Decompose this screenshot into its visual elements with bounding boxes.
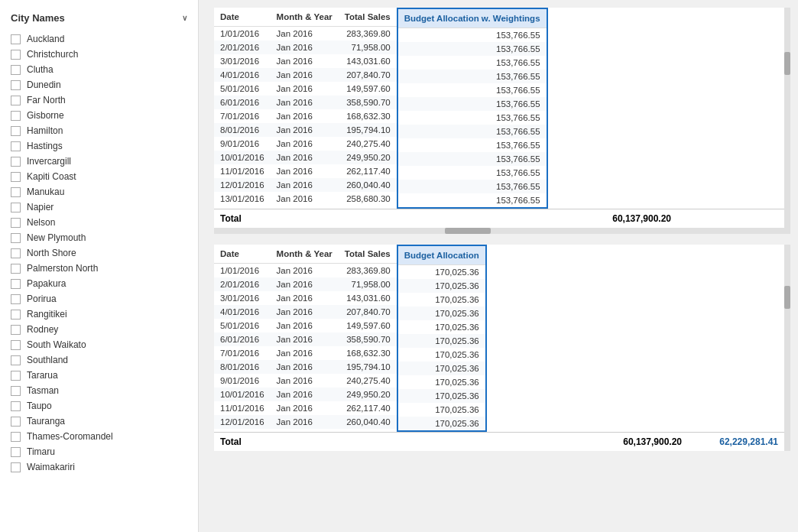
date-cell: 9/01/2016 [214, 137, 271, 151]
table-row: 9/01/2016Jan 2016240,275.40 [214, 374, 397, 388]
table-row: 153,766.55 [398, 28, 547, 43]
city-label: Napier [27, 202, 54, 212]
col-month-year-top: Month & Year [271, 8, 339, 27]
sidebar-item-taupo[interactable]: Taupo [0, 398, 198, 414]
table-row: 12/01/2016Jan 2016260,040.40 [214, 178, 397, 192]
city-checkbox[interactable] [11, 141, 21, 151]
bottom-scrollbar-vertical[interactable] [784, 245, 790, 451]
city-checkbox[interactable] [11, 371, 21, 381]
city-checkbox[interactable] [11, 462, 21, 472]
sidebar-item-hastings[interactable]: Hastings [0, 138, 198, 154]
city-checkbox[interactable] [11, 50, 21, 60]
city-checkbox[interactable] [11, 172, 21, 182]
sidebar-item-tararua[interactable]: Tararua [0, 368, 198, 383]
city-checkbox[interactable] [11, 34, 21, 44]
city-checkbox[interactable] [11, 447, 21, 457]
city-checkbox[interactable] [11, 96, 21, 105]
sidebar-item-palmerston-north[interactable]: Palmerston North [0, 261, 198, 276]
city-checkbox[interactable] [11, 432, 21, 442]
table-row: 1/01/2016Jan 2016283,369.80 [214, 264, 397, 278]
col-total-sales-top: Total Sales [339, 8, 397, 27]
month-year-cell: Jan 2016 [271, 178, 339, 192]
date-cell: 4/01/2016 [214, 305, 271, 319]
sidebar-item-tauranga[interactable]: Tauranga [0, 414, 198, 429]
city-label: Southland [27, 355, 68, 365]
sidebar-item-rangitikei[interactable]: Rangitikei [0, 307, 198, 322]
city-checkbox[interactable] [11, 417, 21, 427]
sidebar-item-north-shore[interactable]: North Shore [0, 245, 198, 261]
budget-weightings-cell: 153,766.55 [398, 70, 547, 83]
city-checkbox[interactable] [11, 203, 21, 212]
sidebar-item-gisborne[interactable]: Gisborne [0, 108, 198, 123]
city-checkbox[interactable] [11, 111, 21, 121]
sidebar-item-clutha[interactable]: Clutha [0, 62, 198, 77]
table-row: 6/01/2016Jan 2016358,590.70 [214, 332, 397, 346]
table-row: 2/01/2016Jan 201671,958.00 [214, 41, 397, 54]
city-label: Kapiti Coast [27, 171, 76, 182]
city-checkbox[interactable] [11, 218, 21, 228]
sidebar-item-waimakariri[interactable]: Waimakariri [0, 459, 198, 475]
date-cell: 3/01/2016 [214, 291, 271, 305]
city-checkbox[interactable] [11, 80, 21, 90]
total-sales-cell: 149,597.60 [339, 82, 397, 96]
sidebar-item-manukau[interactable]: Manukau [0, 184, 198, 200]
sidebar-item-christchurch[interactable]: Christchurch [0, 47, 198, 62]
sidebar-item-timaru[interactable]: Timaru [0, 444, 198, 459]
top-scrollbar-v-thumb[interactable] [784, 52, 790, 75]
total-sales-cell: 283,369.80 [339, 264, 397, 278]
city-checkbox[interactable] [11, 355, 21, 365]
city-checkbox[interactable] [11, 65, 21, 75]
city-checkbox[interactable] [11, 310, 21, 320]
top-scrollbar-vertical[interactable] [784, 8, 790, 228]
sidebar-item-porirua[interactable]: Porirua [0, 291, 198, 307]
table-row: 170,025.36 [398, 279, 485, 293]
chevron-down-icon[interactable]: ∨ [182, 14, 187, 22]
city-checkbox[interactable] [11, 294, 21, 304]
city-checkbox[interactable] [11, 248, 21, 258]
city-label: Papakura [27, 278, 66, 289]
sidebar-item-papakura[interactable]: Papakura [0, 276, 198, 291]
sidebar-item-kapiti-coast[interactable]: Kapiti Coast [0, 169, 198, 184]
city-checkbox[interactable] [11, 279, 21, 289]
date-cell: 13/01/2016 [214, 192, 271, 206]
city-checkbox[interactable] [11, 340, 21, 350]
sidebar-item-south-waikato[interactable]: South Waikato [0, 337, 198, 352]
sidebar-item-napier[interactable]: Napier [0, 200, 198, 215]
city-checkbox[interactable] [11, 325, 21, 335]
city-label: Palmerston North [27, 263, 98, 274]
city-list: AucklandChristchurchCluthaDunedinFar Nor… [0, 31, 198, 475]
sidebar-item-far-north[interactable]: Far North [0, 92, 198, 108]
top-scrollbar-horizontal[interactable] [214, 228, 790, 234]
sidebar-item-tasman[interactable]: Tasman [0, 383, 198, 398]
sidebar-item-thames-coromandel[interactable]: Thames-Coromandel [0, 429, 198, 444]
city-checkbox[interactable] [11, 233, 21, 243]
sidebar-item-nelson[interactable]: Nelson [0, 215, 198, 230]
total-sales-cell: 240,275.40 [339, 374, 397, 388]
city-names-sidebar: City Names ∨ AucklandChristchurchCluthaD… [0, 0, 199, 532]
table-row: 10/01/2016Jan 2016249,950.20 [214, 388, 397, 401]
city-checkbox[interactable] [11, 126, 21, 136]
budget-weightings-cell: 153,766.55 [398, 42, 547, 56]
date-cell: 9/01/2016 [214, 374, 271, 388]
budget-weightings-cell: 153,766.55 [398, 193, 547, 207]
budget-allocation-cell: 170,025.36 [398, 417, 485, 430]
city-label: Gisborne [27, 110, 64, 121]
bottom-scrollbar-v-thumb[interactable] [784, 286, 790, 309]
sidebar-item-dunedin[interactable]: Dunedin [0, 77, 198, 92]
city-checkbox[interactable] [11, 187, 21, 197]
sidebar-item-invercargill[interactable]: Invercargill [0, 154, 198, 169]
sidebar-item-auckland[interactable]: Auckland [0, 31, 198, 47]
top-scrollbar-thumb[interactable] [445, 228, 491, 234]
table-row: 153,766.55 [398, 125, 547, 138]
sidebar-item-southland[interactable]: Southland [0, 352, 198, 368]
city-checkbox[interactable] [11, 401, 21, 411]
city-label: Taupo [27, 401, 52, 411]
table-row: 6/01/2016Jan 2016358,590.70 [214, 96, 397, 109]
city-checkbox[interactable] [11, 386, 21, 396]
sidebar-item-hamilton[interactable]: Hamilton [0, 123, 198, 138]
city-checkbox[interactable] [11, 157, 21, 167]
sidebar-item-new-plymouth[interactable]: New Plymouth [0, 230, 198, 245]
city-checkbox[interactable] [11, 264, 21, 274]
sidebar-item-rodney[interactable]: Rodney [0, 322, 198, 337]
budget-allocation-cell: 170,025.36 [398, 279, 485, 293]
